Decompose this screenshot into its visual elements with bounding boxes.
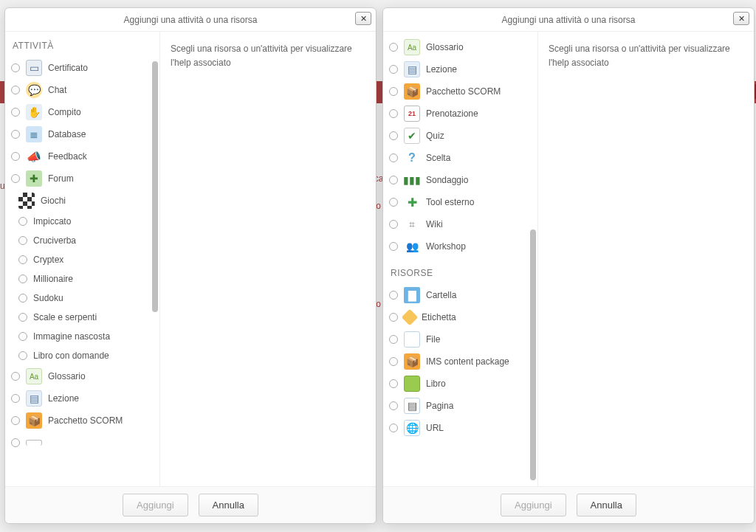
activity-option-etichetta[interactable]: Etichetta [388,306,537,328]
activity-option-sudoku[interactable]: Sudoku [10,289,159,308]
scrollbar-thumb[interactable] [530,229,536,480]
activity-option-compito[interactable]: ✋Compito [10,101,159,123]
cancel-button[interactable]: Annulla [577,494,636,517]
activity-option-cryptex[interactable]: Cryptex [10,250,159,269]
cancel-button[interactable]: Annulla [199,494,258,517]
activity-option-scorm[interactable]: 📦Pacchetto SCORM [388,80,537,103]
radio-icon[interactable] [389,65,398,74]
activity-chooser-dialog-right: Aggiungi una attività o una risorsa ✕ Aa… [382,7,755,524]
sondaggio-icon: ▮▮▮ [404,172,420,188]
url-icon: 🌐 [404,420,420,436]
radio-icon[interactable] [11,438,20,447]
cartella-icon: ▇ [404,287,420,303]
add-button[interactable]: Aggiungi [501,494,566,517]
radio-icon[interactable] [11,108,20,117]
glossario-icon: Aa [404,39,420,55]
lezione-icon: ▤ [404,61,420,77]
activity-label: Lezione [48,393,79,404]
radio-icon[interactable] [389,131,398,140]
activity-option-database[interactable]: ≣Database [10,123,159,145]
activity-option-impiccato[interactable]: Impiccato [10,212,159,231]
radio-icon[interactable] [18,313,27,322]
radio-icon[interactable] [18,351,27,360]
close-button[interactable]: ✕ [355,12,371,25]
radio-icon[interactable] [18,217,27,226]
activity-option-cartella[interactable]: ▇Cartella [388,284,537,306]
activity-option-forum[interactable]: ✚Forum [10,167,159,190]
activity-label: Glossario [426,42,464,52]
radio-icon[interactable] [389,198,398,207]
activity-label: Scale e serpenti [33,312,97,322]
activity-option-lezione[interactable]: ▤Lezione [10,387,159,410]
radio-icon[interactable] [11,152,20,161]
prenotazione-icon: 21 [404,106,420,122]
radio-icon[interactable] [389,242,398,251]
radio-icon[interactable] [389,109,398,118]
activity-option-chat[interactable]: 💬Chat [10,79,159,101]
dialog-footer: Aggiungi Annulla [383,486,754,523]
workshop-icon: 👥 [404,238,420,255]
activity-label: Glossario [48,371,86,381]
add-button[interactable]: Aggiungi [123,494,188,517]
radio-icon[interactable] [389,401,398,410]
activity-option-lezione[interactable]: ▤Lezione [388,58,537,80]
activity-option-millionaire[interactable]: Millionaire [10,269,159,289]
activity-option-sondaggio[interactable]: ▮▮▮Sondaggio [388,169,537,191]
radio-icon[interactable] [11,372,20,381]
radio-icon[interactable] [389,176,398,184]
activity-option-immagine[interactable]: Immagine nascosta [10,327,159,346]
activity-option-scelta[interactable]: ?Scelta [388,147,537,169]
activity-option-cruciverba[interactable]: Cruciverba [10,231,159,250]
activity-option-wiki[interactable]: ⌗Wiki [388,213,537,235]
close-button[interactable]: ✕ [733,12,749,25]
radio-icon[interactable] [389,43,398,52]
radio-icon[interactable] [11,130,20,139]
activity-option-certificato[interactable]: ▭Certificato [10,57,159,79]
activity-option-quiz[interactable]: ✔Quiz [388,125,537,147]
activity-option-libro-dom[interactable]: Libro con domande [10,346,159,365]
activity-option-prenotazione[interactable]: 21Prenotazione [388,103,537,125]
activity-option-url[interactable]: 🌐URL [388,417,537,439]
activity-label: Millionaire [33,274,73,284]
radio-icon[interactable] [389,313,398,322]
radio-icon[interactable] [18,274,27,283]
activity-option-file[interactable]: File [388,328,537,350]
radio-icon[interactable] [389,220,398,229]
radio-icon[interactable] [389,424,398,432]
activity-label: Pagina [426,401,453,411]
help-pane: Scegli una risorsa o un'attività per vis… [538,32,754,486]
activity-option-workshop[interactable]: 👥Workshop [388,235,537,258]
radio-icon[interactable] [11,63,20,72]
radio-icon[interactable] [11,86,20,94]
scrollbar-thumb[interactable] [152,61,158,312]
radio-icon[interactable] [389,335,398,344]
activity-list-pane: ATTIVITÀ ▭Certificato💬Chat✋Compito≣Datab… [5,32,160,486]
activity-label: Cruciverba [33,235,76,246]
activity-option-feedback[interactable]: 📣Feedback [10,145,159,167]
activity-option-scale[interactable]: Scale e serpenti [10,308,159,327]
radio-icon[interactable] [389,291,398,300]
radio-icon[interactable] [11,174,20,183]
list-inner: ATTIVITÀ ▭Certificato💬Chat✋Compito≣Datab… [10,36,159,482]
radio-icon[interactable] [18,236,27,245]
activity-option-glossario[interactable]: AaGlossario [10,365,159,387]
activity-option-libro[interactable]: Libro [388,373,537,395]
radio-icon[interactable] [389,153,398,162]
activity-option-partial[interactable] [10,432,159,454]
radio-icon[interactable] [11,416,20,425]
activity-label: Lezione [426,64,457,75]
activity-option-glossario[interactable]: AaGlossario [388,36,537,58]
activity-label: Pacchetto SCORM [426,86,501,97]
radio-icon[interactable] [18,332,27,341]
radio-icon[interactable] [389,87,398,96]
list-inner: AaGlossario▤Lezione📦Pacchetto SCORM21Pre… [388,36,537,482]
activity-option-tool[interactable]: ✚Tool esterno [388,191,537,213]
radio-icon[interactable] [18,255,27,264]
radio-icon[interactable] [11,394,20,403]
activity-option-ims[interactable]: 📦IMS content package [388,350,537,373]
activity-option-scorm[interactable]: 📦Pacchetto SCORM [10,410,159,432]
radio-icon[interactable] [18,294,27,303]
activity-option-pagina[interactable]: ▤Pagina [388,395,537,417]
radio-icon[interactable] [389,357,398,366]
radio-icon[interactable] [389,379,398,388]
